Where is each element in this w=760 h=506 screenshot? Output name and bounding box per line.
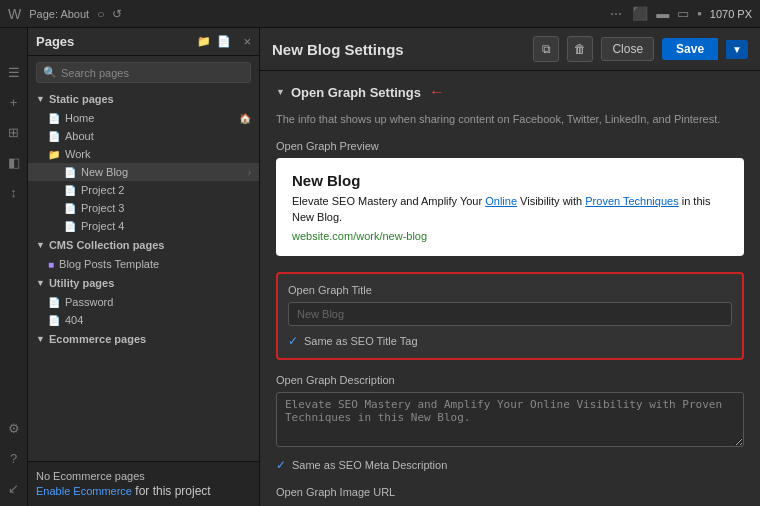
og-title-input[interactable]: [288, 302, 732, 326]
pages-header-icons: 📁 📄 ×: [197, 34, 251, 49]
og-desc-checkbox-row: ✓ Same as SEO Meta Description: [276, 458, 744, 472]
page-name-about: About: [65, 130, 94, 142]
top-toolbar: W Page: About ○ ↺ ⋯ ⬛ ▬ ▭ ▪ 1070 PX: [0, 0, 760, 28]
page-name-404: 404: [65, 314, 83, 326]
sidebar-assets-icon[interactable]: ↕: [0, 178, 28, 206]
og-desc-checkbox-label: Same as SEO Meta Description: [292, 459, 447, 471]
red-arrow-icon: ←: [429, 83, 445, 101]
chevron-ecommerce-icon: ▼: [36, 334, 45, 344]
enable-ecommerce-link[interactable]: Enable Ecommerce: [36, 485, 132, 497]
og-title-label: Open Graph Title: [288, 284, 732, 296]
page-label: Page: About: [29, 8, 89, 20]
search-box: 🔍: [36, 62, 251, 83]
copy-button[interactable]: ⧉: [533, 36, 559, 62]
sidebar-settings-icon[interactable]: ⚙: [0, 414, 28, 442]
sidebar-layers-icon[interactable]: ◧: [0, 148, 28, 176]
check-desc-icon: ✓: [276, 458, 286, 472]
page-name-project3: Project 3: [81, 202, 124, 214]
device-icon-2[interactable]: ▬: [656, 6, 669, 21]
section-utility-label: Utility pages: [49, 277, 114, 289]
list-item[interactable]: 📄 About: [28, 127, 259, 145]
section-utility-header[interactable]: ▼ Utility pages: [28, 273, 259, 293]
highlight-proven: Proven Techniques: [585, 195, 678, 207]
page-name-password: Password: [65, 296, 113, 308]
sidebar-help-icon[interactable]: ?: [0, 444, 28, 472]
page-file-icon: 📄: [48, 113, 60, 124]
home-icon: 🏠: [239, 113, 251, 124]
chevron-utility-icon: ▼: [36, 278, 45, 288]
left-sidebar: ☰ + ⊞ ◧ ↕ ⚙ ? ↙: [0, 28, 28, 506]
content-row: ☰ + ⊞ ◧ ↕ ⚙ ? ↙ Pages 📁 📄 × 🔍: [0, 28, 760, 506]
og-image-label: Open Graph Image URL: [276, 486, 744, 498]
sub-arrow-icon: ›: [248, 167, 251, 178]
list-item[interactable]: 📄 Project 3: [28, 199, 259, 217]
device-icon-4[interactable]: ▪: [697, 6, 702, 21]
chevron-static-icon: ▼: [36, 94, 45, 104]
cms-icon: ■: [48, 259, 54, 270]
highlight-online: Online: [485, 195, 517, 207]
list-item[interactable]: 📄 Project 4: [28, 217, 259, 235]
app-container: W Page: About ○ ↺ ⋯ ⬛ ▬ ▭ ▪ 1070 PX ☰ + …: [0, 0, 760, 506]
og-section-label: Open Graph Settings: [291, 85, 421, 100]
section-cms-label: CMS Collection pages: [49, 239, 165, 251]
page-name-blog-template: Blog Posts Template: [59, 258, 159, 270]
device-icon-1[interactable]: ⬛: [632, 6, 648, 21]
list-item[interactable]: ■ Blog Posts Template: [28, 255, 259, 273]
og-desc-label: Open Graph Description: [276, 374, 744, 386]
og-section-header[interactable]: ▼ Open Graph Settings ←: [276, 83, 744, 101]
settings-header: New Blog Settings ⧉ 🗑 Close Save ▼: [260, 28, 760, 71]
section-static-header[interactable]: ▼ Static pages: [28, 89, 259, 109]
search-input[interactable]: [61, 67, 244, 79]
og-title-checkbox-label: Same as SEO Title Tag: [304, 335, 418, 347]
px-value: 1070 PX: [710, 8, 752, 20]
search-icon: 🔍: [43, 66, 57, 79]
og-image-field-group: Open Graph Image URL Make sure your imag…: [276, 486, 744, 507]
list-item[interactable]: 📄 Password: [28, 293, 259, 311]
og-preview-label: Open Graph Preview: [276, 140, 744, 152]
logo-icon: W: [8, 6, 21, 22]
og-desc-textarea[interactable]: Elevate SEO Mastery and Amplify Your Onl…: [276, 392, 744, 447]
undo-icon[interactable]: ↺: [112, 7, 122, 21]
og-title-field-group: Open Graph Title ✓ Same as SEO Title Tag: [276, 272, 744, 360]
save-dropdown-button[interactable]: ▼: [726, 40, 748, 59]
enable-ecommerce-row: Enable Ecommerce for this project: [36, 484, 251, 498]
og-preview-title: New Blog: [292, 172, 728, 189]
section-static-label: Static pages: [49, 93, 114, 105]
list-item[interactable]: 📁 Work: [28, 145, 259, 163]
trash-button[interactable]: 🗑: [567, 36, 593, 62]
list-item[interactable]: 📄 New Blog ›: [28, 163, 259, 181]
og-preview-card: New Blog Elevate SEO Mastery and Amplify…: [276, 158, 744, 256]
no-ecommerce-section: No Ecommerce pages Enable Ecommerce for …: [28, 461, 259, 506]
pages-panel-title: Pages: [36, 34, 197, 49]
og-chevron-icon: ▼: [276, 87, 285, 97]
list-item[interactable]: 📄 Project 2: [28, 181, 259, 199]
og-preview-url: website.com/work/new-blog: [292, 230, 728, 242]
enable-suffix: for this project: [135, 484, 210, 498]
sidebar-add-icon[interactable]: +: [0, 88, 28, 116]
add-page-icon[interactable]: 📄: [217, 35, 231, 48]
sidebar-pages-icon[interactable]: ☰: [0, 58, 28, 86]
circle-icon: ○: [97, 7, 104, 21]
more-icon[interactable]: ⋯: [610, 7, 624, 21]
add-folder-icon[interactable]: 📁: [197, 35, 211, 48]
page-file-icon: 📄: [48, 315, 60, 326]
page-file-icon: 📄: [64, 167, 76, 178]
sidebar-components-icon[interactable]: ⊞: [0, 118, 28, 146]
close-pages-button[interactable]: ×: [243, 34, 251, 49]
main-settings-panel: New Blog Settings ⧉ 🗑 Close Save ▼ ▼ Ope…: [260, 28, 760, 506]
og-title-checkbox-row: ✓ Same as SEO Title Tag: [288, 334, 732, 348]
sidebar-account-icon[interactable]: ↙: [0, 474, 28, 502]
section-cms-header[interactable]: ▼ CMS Collection pages: [28, 235, 259, 255]
page-name-project4: Project 4: [81, 220, 124, 232]
og-description: The info that shows up when sharing cont…: [276, 111, 744, 128]
list-item[interactable]: 📄 404: [28, 311, 259, 329]
section-ecommerce-label: Ecommerce pages: [49, 333, 146, 345]
list-item[interactable]: 📄 Home 🏠: [28, 109, 259, 127]
settings-scroll: ▼ Open Graph Settings ← The info that sh…: [260, 71, 760, 506]
page-file-icon: 📄: [64, 203, 76, 214]
no-ecommerce-title: No Ecommerce pages: [36, 470, 251, 482]
device-icon-3[interactable]: ▭: [677, 6, 689, 21]
save-button[interactable]: Save: [662, 38, 718, 60]
section-ecommerce-header[interactable]: ▼ Ecommerce pages: [28, 329, 259, 349]
close-button[interactable]: Close: [601, 37, 654, 61]
